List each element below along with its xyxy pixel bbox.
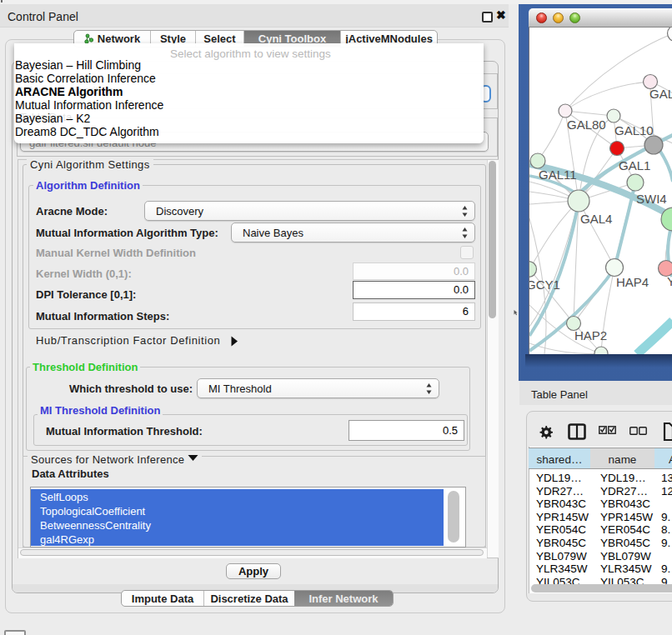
svg-text:SWI4: SWI4 (636, 192, 667, 206)
svg-text:GCY1: GCY1 (529, 278, 560, 292)
svg-text:GAL80: GAL80 (567, 118, 606, 132)
svg-text:GAL1: GAL1 (619, 158, 650, 172)
svg-text:HAP2: HAP2 (574, 328, 607, 342)
svg-text:HAP4: HAP4 (616, 275, 649, 289)
svg-text:GAL11: GAL11 (539, 168, 577, 182)
svg-text:GAL4: GAL4 (580, 212, 612, 226)
svg-text:GAL10: GAL10 (614, 123, 654, 138)
svg-text:Y: Y (667, 274, 672, 288)
svg-text:GAL7: GAL7 (649, 87, 672, 101)
